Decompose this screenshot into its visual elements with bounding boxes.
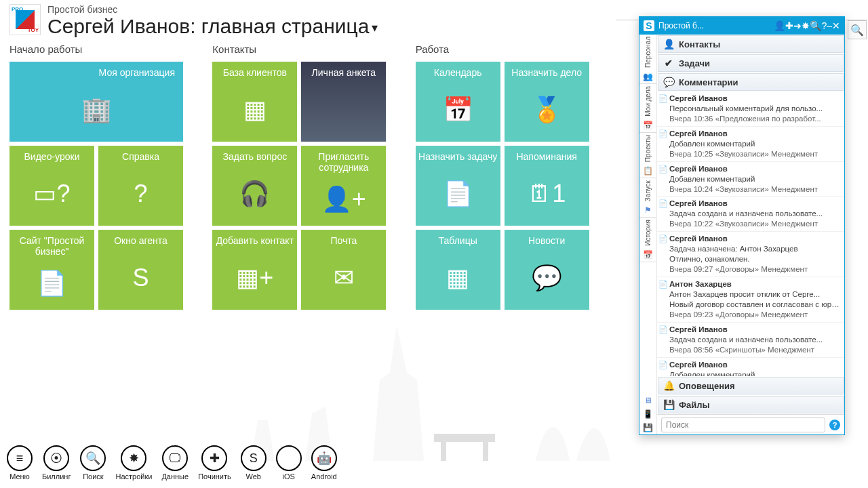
tool-settings[interactable]: ✸Настройки [115, 445, 152, 481]
tool-icon: S [241, 445, 267, 471]
tile-profile[interactable]: Личная анкета [301, 62, 386, 142]
bell-icon: 🔔 [661, 379, 676, 392]
section-contacts[interactable]: 👤Контакты [658, 35, 844, 53]
tile-label: Моя организация [12, 67, 180, 78]
tile-ask[interactable]: Задать вопрос🎧 [212, 146, 297, 226]
tile-help[interactable]: Справка? [98, 146, 183, 226]
tile-assign-task[interactable]: Назначить задачу📄 [416, 146, 500, 226]
tool-billing[interactable]: ⦿Биллинг [42, 445, 71, 481]
tool-web[interactable]: SWeb [241, 445, 267, 481]
tile-label: База клиентов [215, 67, 294, 78]
tile-label: Задать вопрос [215, 151, 294, 162]
tile-clients[interactable]: База клиентов▦ [212, 62, 297, 142]
tile-label: Таблицы [418, 235, 498, 246]
tile-icon: ▭? [33, 162, 70, 226]
tool-icon: ✚ [201, 445, 227, 471]
tool-label: iOS [283, 472, 295, 481]
tile-site[interactable]: Сайт "Простой бизнес"📄 [9, 230, 94, 310]
tile-label: Сайт "Простой бизнес" [12, 235, 92, 257]
tile-agent[interactable]: Окно агентаS [98, 230, 183, 310]
tile-reminders[interactable]: Напоминания🗓1 [505, 146, 589, 226]
tile-label: Календарь [418, 67, 498, 78]
tool-data[interactable]: 🖵Данные [161, 445, 189, 481]
panel-title-icon-7[interactable]: ✕ [832, 20, 840, 31]
tile-icon: 📄 [37, 257, 67, 310]
feed-item[interactable]: Сергей ИвановЗадача создана и назначена … [657, 197, 844, 232]
tool-menu[interactable]: ≡Меню [7, 445, 33, 481]
tool-label: Android [311, 472, 337, 481]
rail-bottom-icon-1[interactable]: 📱 [643, 407, 653, 421]
comments-feed[interactable]: Сергей ИвановПерсональный комментарий дл… [657, 92, 844, 376]
tool-ios[interactable]: iOS [276, 445, 302, 481]
feed-item[interactable]: Сергей ИвановДобавлен комментарийВчера 1… [657, 162, 844, 197]
tile-label: Назначить задачу [418, 151, 498, 162]
tile-tables[interactable]: Таблицы▦ [416, 230, 500, 310]
section-comments[interactable]: 💬Комментарии [658, 73, 844, 91]
feed-item[interactable]: Сергей ИвановЗадача назначена: Антон Зах… [657, 232, 844, 277]
tile-label: Новости [507, 235, 587, 246]
rail-tab[interactable]: История📅 [643, 218, 653, 262]
panel-title-icon-3[interactable]: ✸ [802, 20, 810, 31]
column-title: Контакты [212, 43, 403, 55]
tile-icon: ▦ [446, 246, 469, 310]
section-tasks[interactable]: ✔Задачи [658, 54, 844, 72]
tool-repair[interactable]: ✚Починить [198, 445, 231, 481]
panel-title-icon-1[interactable]: ✚ [785, 20, 793, 31]
tool-search[interactable]: 🔍Поиск [80, 445, 106, 481]
tile-add-contact[interactable]: Добавить контакт▦+ [212, 230, 297, 310]
tile-label: Личная анкета [304, 67, 383, 78]
panel-search-input[interactable] [661, 418, 825, 432]
tile-icon: ? [134, 162, 147, 226]
tile-label: Пригласить сотрудника [304, 151, 383, 173]
tile-news[interactable]: Новости💬 [505, 230, 589, 310]
tool-label: Починить [198, 472, 231, 481]
tile-icon: 📅 [443, 78, 473, 142]
help-icon[interactable]: ? [829, 420, 840, 430]
rail-bottom-icon-2[interactable]: 💾 [643, 421, 653, 434]
tool-label: Меню [9, 472, 30, 481]
rail-tab[interactable]: Проекты📋 [643, 133, 653, 178]
bottom-toolbar: ≡Меню⦿Биллинг🔍Поиск✸Настройки🖵Данные✚Поч… [0, 438, 616, 488]
feed-item[interactable]: Сергей ИвановЗадача создана и назначена … [657, 323, 844, 358]
tile-calendar[interactable]: Календарь📅 [416, 62, 500, 142]
rail-bottom-icon-0[interactable]: 🖥 [644, 394, 652, 407]
rail-tab[interactable]: Персонал👥 [643, 35, 653, 83]
contact-icon: 👤 [661, 37, 676, 51]
tool-icon [276, 445, 302, 471]
tile-assign-deal[interactable]: Назначить дело🏅 [505, 62, 589, 142]
tile-label: Почта [304, 235, 383, 246]
header: PROTOY Простой бизнес Сергей Иванов: гла… [0, 0, 616, 41]
feed-item[interactable]: Антон ЗахарцевАнтон Захарцев просит откл… [657, 277, 844, 323]
page-title[interactable]: Сергей Иванов: главная страница▾ [47, 15, 378, 38]
feed-item[interactable]: Сергей ИвановДобавлен комментарий [657, 358, 844, 376]
tile-icon: ▦ [243, 78, 267, 142]
tile-my-org[interactable]: Моя организация🏢 [9, 62, 183, 142]
tool-icon: 🖵 [162, 445, 188, 471]
panel-title-icon-6[interactable]: – [827, 20, 832, 31]
search-button[interactable]: 🔍 [848, 20, 867, 39]
tool-icon: 🔍 [80, 445, 106, 471]
section-files[interactable]: 💾Файлы [658, 396, 844, 413]
feed-item[interactable]: Сергей ИвановДобавлен комментарийВчера 1… [657, 127, 844, 162]
tile-icon: 🏢 [81, 78, 112, 142]
rail-tab[interactable]: Запуск⚑ [644, 178, 652, 217]
column-title: Начало работы [9, 43, 200, 55]
feed-item[interactable]: Сергей ИвановПерсональный комментарий дл… [657, 92, 844, 127]
panel-title-icon-4[interactable]: 🔍 [810, 20, 821, 31]
tile-icon: ✉ [334, 246, 354, 310]
panel-title-icon-2[interactable]: ➜ [793, 20, 802, 31]
column-title: Работа [416, 43, 606, 55]
tool-android[interactable]: 🤖Android [311, 445, 337, 481]
tool-label: Настройки [115, 472, 152, 481]
rail-tab[interactable]: Мои дела📅 [643, 84, 653, 132]
tile-mail[interactable]: Почта✉ [301, 230, 386, 310]
tile-icon: 🏅 [532, 78, 562, 142]
task-icon: ✔ [661, 56, 676, 70]
panel-title-text: Простой б... [658, 21, 704, 30]
chevron-down-icon: ▾ [369, 21, 378, 35]
section-alerts[interactable]: 🔔Оповещения [658, 377, 844, 394]
panel-title-icon-0[interactable]: 👤 [774, 20, 785, 31]
tile-video-lessons[interactable]: Видео-уроки▭? [9, 146, 94, 226]
tile-invite[interactable]: Пригласить сотрудника👤+ [301, 146, 386, 226]
panel-title-bar[interactable]: S Простой б... 👤✚➜✸🔍?–✕ [639, 17, 844, 35]
